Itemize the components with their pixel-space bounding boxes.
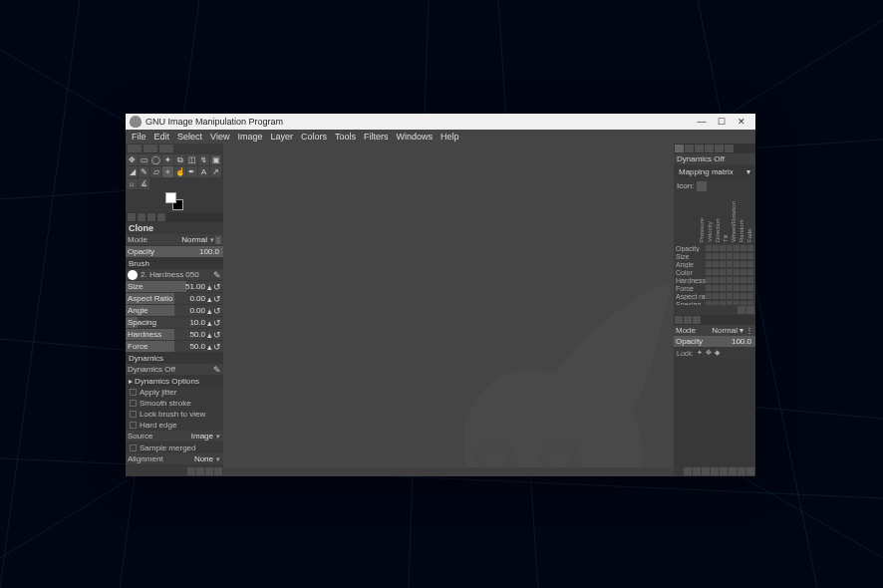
dynamics-select-row[interactable]: Dynamics Off ✎: [126, 364, 223, 376]
matrix-cell[interactable]: [706, 253, 712, 259]
matrix-cell[interactable]: [713, 253, 719, 259]
tool-clone[interactable]: ⌖: [162, 166, 173, 177]
reset-icon[interactable]: ↺: [213, 318, 221, 328]
tool-measure[interactable]: ∡: [139, 178, 149, 189]
matrix-cell[interactable]: [727, 301, 733, 305]
tool-move[interactable]: ✥: [127, 154, 138, 165]
reset-icon[interactable]: ↺: [213, 330, 221, 340]
matrix-cell[interactable]: [747, 301, 753, 305]
check-apply-jitter[interactable]: Apply jitter: [126, 387, 223, 398]
tool-paths[interactable]: ✒: [186, 166, 197, 177]
fg-bg-colors[interactable]: [165, 192, 183, 210]
layer-mode-row[interactable]: Mode Normal ▾ ⋮: [674, 325, 755, 336]
tool-gradient[interactable]: ◢: [127, 166, 138, 177]
check-lock-brush-to-view[interactable]: Lock brush to view: [126, 409, 223, 420]
slider-force[interactable]: Force50.0▴↺: [126, 341, 223, 353]
brush-select-row[interactable]: 2. Hardness 050 ✎: [126, 269, 223, 281]
matrix-cell[interactable]: [740, 285, 746, 291]
reset-icon[interactable]: ↺: [213, 294, 221, 304]
matrix-cell[interactable]: [740, 301, 746, 305]
tab-channels[interactable]: [684, 316, 692, 324]
matrix-cell[interactable]: [720, 269, 726, 275]
checkbox[interactable]: [130, 411, 137, 418]
matrix-cell[interactable]: [706, 269, 712, 275]
matrix-cell[interactable]: [706, 245, 712, 251]
dyn-icon-button[interactable]: [697, 181, 707, 191]
matrix-cell[interactable]: [740, 293, 746, 299]
matrix-cell[interactable]: [720, 285, 726, 291]
matrix-cell[interactable]: [720, 293, 726, 299]
mode-row[interactable]: Mode Normal ▾ ⋮: [126, 234, 223, 246]
menu-colors[interactable]: Colors: [297, 132, 331, 142]
slider-size[interactable]: Size51.00▴↺: [126, 281, 223, 293]
footer-icon[interactable]: [187, 467, 195, 475]
menu-select[interactable]: Select: [173, 132, 206, 142]
matrix-cell[interactable]: [727, 277, 733, 283]
expand-icon[interactable]: ▸: [129, 377, 133, 386]
matrix-cell[interactable]: [734, 253, 739, 259]
tab-more[interactable]: [725, 145, 734, 152]
checkbox[interactable]: [130, 389, 137, 396]
edit-brush-icon[interactable]: ✎: [213, 270, 221, 280]
spin-up-icon[interactable]: ▴: [207, 318, 212, 328]
opt-tab[interactable]: [128, 213, 136, 221]
minimize-button[interactable]: —: [692, 115, 712, 129]
tab-gradients[interactable]: [695, 145, 704, 152]
matrix-cell[interactable]: [740, 269, 746, 275]
layer-opacity-slider[interactable]: Opacity 100.0: [674, 336, 755, 348]
spin-up-icon[interactable]: ▴: [207, 342, 212, 352]
matrix-cell[interactable]: [727, 293, 733, 299]
matrix-cell[interactable]: [740, 253, 746, 259]
checkbox[interactable]: [130, 444, 137, 451]
tab-patterns[interactable]: [685, 145, 694, 152]
reset-icon[interactable]: ↺: [213, 342, 221, 352]
menu-windows[interactable]: Windows: [392, 132, 437, 142]
menu-help[interactable]: Help: [437, 132, 463, 142]
canvas-area[interactable]: [223, 144, 674, 476]
tool-smudge[interactable]: ☝: [174, 166, 185, 177]
checkbox[interactable]: [130, 400, 137, 407]
matrix-cell[interactable]: [706, 285, 712, 291]
matrix-cell[interactable]: [720, 301, 726, 305]
fg-color[interactable]: [165, 192, 176, 203]
matrix-cell[interactable]: [720, 277, 726, 283]
tool-fuzzy-select[interactable]: ✦: [162, 154, 173, 165]
matrix-cell[interactable]: [747, 261, 753, 267]
menu-filters[interactable]: Filters: [360, 132, 393, 142]
lock-alpha-icon[interactable]: ◆: [715, 349, 720, 357]
matrix-cell[interactable]: [727, 245, 733, 251]
matrix-cell[interactable]: [734, 269, 739, 275]
checkbox[interactable]: [130, 422, 137, 429]
sample-merged-row[interactable]: Sample merged: [126, 442, 223, 453]
matrix-cell[interactable]: [727, 269, 733, 275]
footer-icon[interactable]: [205, 467, 213, 475]
matrix-cell[interactable]: [734, 285, 739, 291]
matrix-cell[interactable]: [713, 245, 719, 251]
footer-icon[interactable]: [737, 306, 745, 314]
matrix-cell[interactable]: [713, 261, 719, 267]
menu-tools[interactable]: Tools: [331, 132, 360, 142]
matrix-cell[interactable]: [734, 261, 739, 267]
matrix-cell[interactable]: [706, 277, 712, 283]
opt-tab[interactable]: [157, 213, 165, 221]
matrix-cell[interactable]: [747, 253, 753, 259]
lock-position-icon[interactable]: ✥: [706, 349, 712, 357]
tool-paintbrush[interactable]: ✎: [139, 166, 149, 177]
tab-paths[interactable]: [693, 316, 701, 324]
matrix-cell[interactable]: [740, 245, 746, 251]
toolbox-tab[interactable]: [144, 145, 157, 152]
tool-transform[interactable]: ◫: [186, 154, 197, 165]
matrix-cell[interactable]: [706, 301, 712, 305]
matrix-cell[interactable]: [727, 253, 733, 259]
toolbox-tab[interactable]: [128, 145, 142, 152]
matrix-cell[interactable]: [706, 261, 712, 267]
matrix-cell[interactable]: [713, 277, 719, 283]
tool-bucket[interactable]: ▣: [210, 154, 221, 165]
anchor-layer-icon[interactable]: [737, 467, 745, 475]
check-smooth-stroke[interactable]: Smooth stroke: [126, 398, 223, 409]
matrix-cell[interactable]: [747, 277, 753, 283]
matrix-cell[interactable]: [747, 269, 753, 275]
spin-up-icon[interactable]: ▴: [207, 330, 212, 340]
opt-tab[interactable]: [138, 213, 146, 221]
matrix-cell[interactable]: [713, 293, 719, 299]
